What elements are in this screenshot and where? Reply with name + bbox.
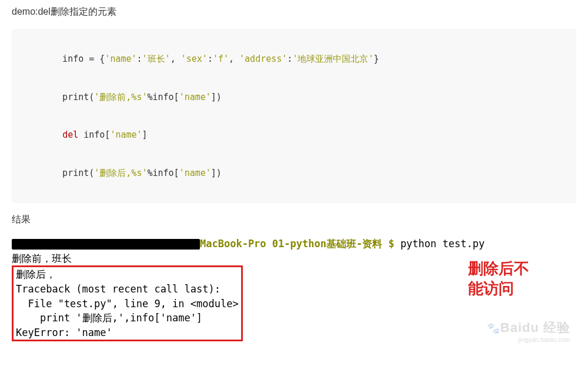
paw-icon: 🐾 (487, 321, 500, 336)
terminal-error-line: 删除后， (16, 267, 239, 282)
annotation-text: 删除后不 (468, 259, 529, 279)
string-literal: 'address' (239, 54, 287, 64)
terminal-output: MacBook-Pro 01-python基础班-资料 $ python tes… (12, 237, 576, 341)
code-text: : (137, 54, 142, 64)
watermark: 🐾Baidu 经验 jingyan.baidu.com (487, 318, 570, 345)
code-text (41, 129, 62, 140)
code-text: ] (142, 129, 148, 140)
code-text: %info[ (147, 92, 179, 102)
watermark-text: Baidu 经验 (500, 320, 570, 335)
code-text: info[ (78, 129, 110, 140)
terminal-error-line: KeyError: 'name' (16, 325, 239, 340)
code-text: ]) (211, 92, 222, 102)
terminal-prompt-line: MacBook-Pro 01-python基础班-资料 $ python tes… (12, 237, 576, 251)
code-line-4: print('删除后,%s'%info['name']) (41, 167, 547, 180)
string-literal: 'name' (110, 129, 142, 140)
code-text: print( (41, 92, 94, 102)
string-literal: '班长' (142, 54, 171, 64)
code-text: , (229, 54, 239, 64)
code-text: info = { (41, 54, 105, 64)
terminal-error-line: Traceback (most recent call last): (16, 282, 239, 297)
string-literal: 'name' (179, 92, 211, 102)
code-line-1: info = {'name':'班长', 'sex':'f', 'address… (41, 52, 547, 66)
keyword: del (62, 129, 78, 140)
string-literal: 'f' (213, 54, 229, 64)
string-literal: 'sex' (181, 54, 208, 64)
string-literal: '删除后,%s' (94, 168, 147, 178)
code-text: %info[ (147, 168, 179, 178)
code-line-3: del info['name'] (41, 128, 547, 142)
code-text: , (171, 54, 181, 64)
string-literal: '地球亚洲中国北京' (292, 54, 373, 64)
string-literal: 'name' (179, 168, 211, 178)
string-literal: 'name' (105, 54, 136, 64)
string-literal: '删除前,%s' (94, 92, 147, 102)
code-line-2: print('删除前,%s'%info['name']) (41, 91, 547, 104)
annotation-callout: 删除后不 能访问 (468, 259, 529, 299)
result-label: 结果 (12, 214, 576, 226)
code-text: : (208, 54, 213, 64)
code-text: } (373, 54, 379, 64)
error-highlight-box: 删除后， Traceback (most recent call last): … (12, 265, 243, 341)
code-text: ]) (211, 168, 222, 178)
demo-title: demo:del删除指定的元素 (12, 6, 576, 18)
terminal-error-line: File "test.py", line 9, in <module> (16, 297, 239, 311)
terminal-error-line: print '删除后,',info['name'] (16, 311, 239, 325)
terminal-command: python test.py (400, 238, 485, 250)
annotation-text: 能访问 (468, 279, 529, 299)
code-block: info = {'name':'班长', 'sex':'f', 'address… (12, 29, 576, 203)
terminal-prompt: MacBook-Pro 01-python基础班-资料 $ (200, 238, 400, 250)
watermark-logo: 🐾Baidu 经验 (487, 318, 570, 337)
redacted-bar (12, 239, 200, 250)
code-text: print( (41, 168, 94, 178)
